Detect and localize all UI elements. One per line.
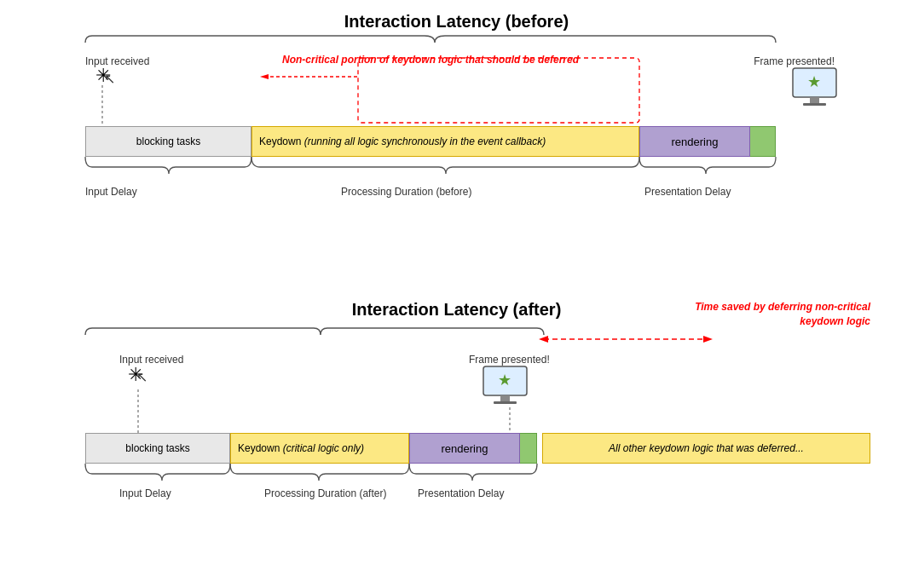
svg-rect-9 bbox=[358, 58, 639, 123]
keydown-bot-bar: Keydown (critical logic only) bbox=[230, 433, 409, 464]
svg-rect-7 bbox=[494, 401, 517, 404]
svg-marker-11 bbox=[260, 74, 269, 79]
processing-duration-bot-label: Processing Duration (after) bbox=[264, 487, 386, 499]
rendering-top-bar: rendering bbox=[639, 126, 750, 157]
overlay-svg bbox=[0, 0, 913, 588]
processing-duration-top-label: Processing Duration (before) bbox=[341, 186, 471, 198]
rendering-bot-bar: rendering bbox=[409, 433, 520, 464]
svg-marker-16 bbox=[539, 336, 548, 343]
svg-rect-6 bbox=[500, 395, 510, 401]
svg-text:★: ★ bbox=[498, 372, 511, 389]
green-end-bot bbox=[520, 433, 537, 464]
monitor-top-icon: ★ bbox=[791, 66, 838, 112]
frame-presented-top-label: Frame presented! bbox=[754, 55, 835, 67]
input-delay-top-label: Input Delay bbox=[85, 186, 137, 198]
diagram-container: Interaction Latency (before) Input recei… bbox=[0, 0, 913, 588]
frame-presented-bot-label: Frame presented! bbox=[469, 354, 550, 366]
presentation-delay-bot-label: Presentation Delay bbox=[418, 487, 504, 499]
top-title: Interaction Latency (before) bbox=[0, 12, 913, 32]
deferred-bar: All other keydown logic that was deferre… bbox=[542, 433, 870, 464]
green-end-top bbox=[750, 126, 776, 157]
cursor-top-icon: ↖ bbox=[104, 71, 115, 87]
keydown-top-bar: Keydown (Keydown (running all logic sync… bbox=[251, 126, 639, 157]
svg-rect-3 bbox=[803, 103, 826, 106]
time-saved-label: Time saved by deferring non-critical key… bbox=[683, 300, 870, 329]
svg-text:★: ★ bbox=[807, 73, 821, 90]
svg-marker-15 bbox=[703, 336, 713, 343]
blocking-tasks-top-bar: blocking tasks bbox=[85, 126, 251, 157]
red-annotation-top: Non-critical portion of keydown logic th… bbox=[264, 53, 597, 67]
cursor-bot-icon: ↖ bbox=[136, 369, 147, 385]
input-delay-bot-label: Input Delay bbox=[119, 487, 171, 499]
presentation-delay-top-label: Presentation Delay bbox=[644, 186, 731, 198]
svg-rect-2 bbox=[810, 97, 819, 103]
monitor-bot-icon: ★ bbox=[482, 365, 529, 411]
blocking-tasks-bot-bar: blocking tasks bbox=[85, 433, 230, 464]
